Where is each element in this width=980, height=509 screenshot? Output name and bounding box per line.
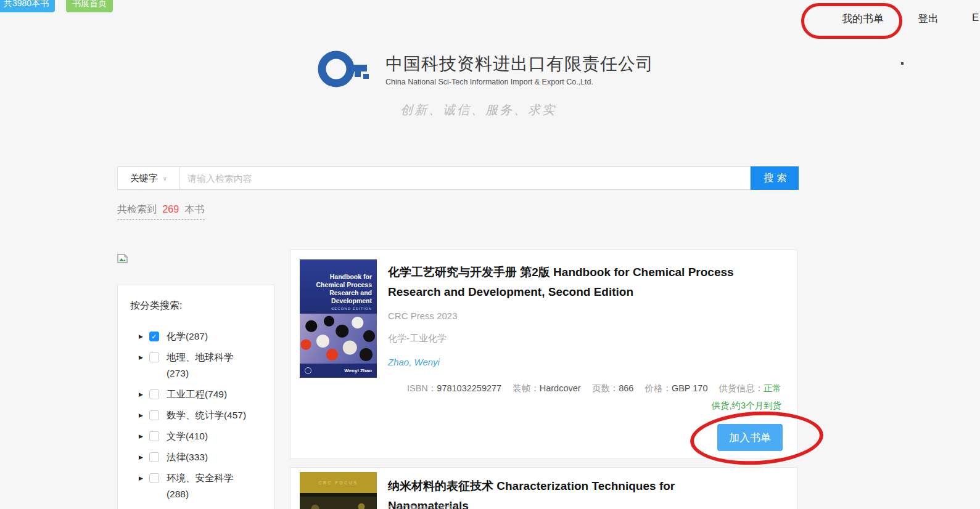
category-label[interactable]: 法律(333) — [167, 449, 208, 465]
pages-value: 866 — [619, 383, 633, 393]
logout-link[interactable]: 登出 — [918, 12, 939, 26]
book-cover-image[interactable]: Handbook for Chemical Process Research a… — [300, 259, 377, 378]
book-cover-image[interactable]: CRC FOCUS — [300, 472, 377, 509]
price-label: 价格： — [644, 383, 672, 393]
chevron-down-icon: ∨ — [163, 175, 167, 182]
category-item-industrial-engineering[interactable]: ▶ ✓ 工业工程(749) — [139, 386, 274, 402]
stray-dot — [901, 62, 904, 65]
checkmark-icon: ✓ — [151, 333, 157, 340]
company-name-en: China National Sci-Tech Information Impo… — [385, 78, 654, 86]
category-checkbox[interactable]: ✓ — [149, 431, 159, 441]
book-card: CRC FOCUS 纳米材料的表征技术 Characterization Tec… — [290, 467, 797, 509]
caret-right-icon[interactable]: ▶ — [139, 412, 143, 418]
expo-home-button[interactable]: 书展首页 — [66, 0, 113, 12]
category-label[interactable]: 化学(287) — [167, 328, 208, 344]
book-author-link[interactable]: Zhao, Wenyi — [388, 357, 746, 367]
category-sidebar: 按分类搜索: ▶ ✓ 化学(287) ▶ ✓ 地理、地球科学(273) ▶ ✓ … — [117, 285, 274, 509]
category-label[interactable]: 地理、地球科学(273) — [167, 349, 254, 381]
cover-series-label: CRC FOCUS — [318, 481, 358, 485]
company-name-cn: 中国科技资料进出口有限责任公司 — [385, 52, 654, 76]
broken-image-icon — [117, 254, 128, 266]
caret-right-icon[interactable]: ▶ — [139, 333, 143, 340]
cover-edition: SECOND EDITION — [306, 307, 372, 311]
category-checkbox[interactable]: ✓ — [149, 452, 159, 462]
result-count: 269 — [162, 204, 179, 214]
category-item-geography[interactable]: ▶ ✓ 地理、地球科学(273) — [139, 349, 274, 381]
category-checkbox[interactable]: ✓ — [149, 473, 159, 483]
add-to-booklist-button[interactable]: 加入书单 — [717, 424, 783, 451]
book-expo-page: 共3980本书 书展首页 我的书单 登出 E 中国科技资料进出口有限责任公司 C… — [0, 0, 980, 509]
annotation-circle-my-booklist — [801, 3, 902, 39]
category-item-math-statistics[interactable]: ▶ ✓ 数学、统计学(457) — [139, 407, 274, 423]
category-checkbox[interactable]: ✓ — [149, 332, 159, 341]
result-prefix: 共检索到 — [117, 204, 157, 214]
book-title[interactable]: 化学工艺研究与开发手册 第2版 Handbook for Chemical Pr… — [388, 263, 746, 302]
category-checkbox[interactable]: ✓ — [149, 389, 159, 399]
book-category: 化学-工业化学 — [388, 333, 746, 344]
publisher-logo-icon — [305, 367, 311, 374]
company-slogan: 创新、诚信、服务、求实 — [400, 102, 556, 118]
category-checkbox[interactable]: ✓ — [149, 410, 159, 420]
category-item-law[interactable]: ▶ ✓ 法律(333) — [139, 449, 274, 465]
isbn-value: 9781032259277 — [437, 383, 501, 393]
price-value: GBP 170 — [672, 383, 708, 393]
caret-right-icon[interactable]: ▶ — [139, 391, 143, 397]
book-specs: ISBN：9781032259277 装帧：Hardcover 页数：866 价… — [388, 383, 781, 412]
category-label[interactable]: 文学(410) — [167, 428, 208, 444]
result-count-line: 共检索到 269 本书 — [117, 203, 205, 220]
search-bar: 关键字 ∨ 搜索 — [117, 166, 799, 190]
book-card: Handbook for Chemical Process Research a… — [290, 250, 797, 459]
supply-detail: 供货,约3个月到货 — [388, 400, 781, 412]
category-label[interactable]: 数学、统计学(457) — [167, 407, 246, 423]
cover-molecule-art — [300, 314, 377, 364]
company-logo: 中国科技资料进出口有限责任公司 China National Sci-Tech … — [318, 47, 654, 91]
search-type-label: 关键字 — [130, 173, 158, 184]
total-books-button[interactable]: 共3980本书 — [0, 0, 55, 12]
search-button[interactable]: 搜索 — [751, 166, 799, 190]
category-list: ▶ ✓ 化学(287) ▶ ✓ 地理、地球科学(273) ▶ ✓ 工业工程(74… — [139, 328, 274, 502]
supply-label: 供货信息： — [719, 383, 764, 393]
category-item-chemistry[interactable]: ▶ ✓ 化学(287) — [139, 328, 274, 344]
caret-right-icon[interactable]: ▶ — [139, 433, 143, 439]
caret-right-icon[interactable]: ▶ — [139, 454, 143, 460]
cover-author: Wenyi Zhao — [344, 368, 372, 373]
caret-right-icon[interactable]: ▶ — [139, 354, 143, 360]
category-item-literature[interactable]: ▶ ✓ 文学(410) — [139, 428, 274, 444]
search-input[interactable] — [180, 166, 751, 190]
language-link[interactable]: E — [972, 12, 979, 24]
supply-status: 正常 — [764, 383, 781, 393]
cover-title: Handbook for Chemical Process Research a… — [306, 273, 372, 305]
isbn-label: ISBN： — [407, 383, 437, 393]
key-logo-icon — [318, 47, 369, 91]
category-label[interactable]: 环境、安全科学(288) — [167, 470, 254, 502]
book-publisher: CRC Press 2023 — [388, 311, 746, 321]
search-type-select[interactable]: 关键字 ∨ — [117, 166, 180, 190]
cover-art — [300, 497, 377, 509]
caret-right-icon[interactable]: ▶ — [139, 475, 143, 481]
book-publisher: CRC Press 2023 — [388, 503, 458, 509]
pages-label: 页数： — [592, 383, 619, 393]
category-label[interactable]: 工业工程(749) — [167, 386, 227, 402]
result-suffix: 本书 — [185, 204, 205, 214]
category-item-environment-safety[interactable]: ▶ ✓ 环境、安全科学(288) — [139, 470, 274, 502]
binding-label: 装帧： — [513, 383, 540, 393]
category-checkbox[interactable]: ✓ — [149, 352, 159, 362]
binding-value: Hardcover — [540, 383, 581, 393]
sidebar-title: 按分类搜索: — [130, 299, 274, 312]
